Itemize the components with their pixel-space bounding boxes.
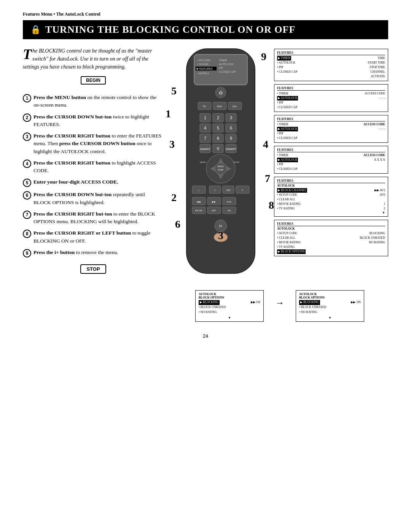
panel-5-row-1: ▶ BLOCK CHANNEL▶▶ AV2 xyxy=(277,188,385,193)
panel-4-row-3: • PIP xyxy=(277,162,385,167)
page-number: 24 xyxy=(23,333,388,339)
panel-2-label-3: • PIP xyxy=(277,101,283,105)
bp-off-row-3: • NO RATING xyxy=(199,310,260,315)
step-text-5: Enter your four-digit ACCESS CODE. xyxy=(33,178,118,186)
bp-on-title: AUTOLOCK xyxy=(299,292,361,296)
panel-3-row-4: • CLOSED CAP xyxy=(277,136,385,141)
callout-5: 5 xyxy=(171,85,177,97)
svg-text:8: 8 xyxy=(217,136,219,141)
bp-on-label-3: • NO RATING xyxy=(299,310,317,315)
panel-1-label-3: • PIP xyxy=(277,65,283,70)
panel-5-val-1: ▶▶ AV2 xyxy=(374,188,385,193)
panel-5-label-1: ▶ BLOCK CHANNEL xyxy=(277,188,307,193)
bp-on-val-1: ▶▶ ON xyxy=(351,300,361,305)
step-num-3: 3 xyxy=(23,133,31,141)
svg-text:4: 4 xyxy=(204,126,206,130)
panel-1-val-4: CHANNEL xyxy=(371,70,385,74)
svg-text:1: 1 xyxy=(204,115,206,120)
step-1: 1 Press the MENU button on the remote co… xyxy=(23,94,164,109)
panel-5: FEATURES AUTOLOCK ▶ BLOCK CHANNEL▶▶ AV2 … xyxy=(274,177,388,217)
panel-5-row-3: • CLEAR ALL xyxy=(277,197,385,202)
panel-3-val-2: - - - - xyxy=(379,127,385,131)
panel-4: FEATURES • TIMERACCESS CODE ▶ AUTOLOCKX … xyxy=(274,146,388,174)
bp-off-arrow: ▼ xyxy=(199,316,260,320)
title-bar: 🔒 Turning the Blocking Control On or Off xyxy=(23,20,388,39)
page: Features Menu • The AutoLock Control 🔒 T… xyxy=(0,0,411,532)
panel-3-row-2: ▶ AUTOLOCK- - - - xyxy=(277,127,385,131)
svg-text:▶▶: ▶▶ xyxy=(212,201,216,203)
step-text-6: Press the CURSOR DOWN but-ton repeatedly… xyxy=(33,191,164,206)
svg-text:• INSTALL: • INSTALL xyxy=(197,72,209,75)
panel-1: FEATURES ▶ TIMERTIME • AUTOLOCKSTART TIM… xyxy=(274,49,388,81)
panel-3-label-2: ▶ AUTOLOCK xyxy=(277,127,298,131)
panel-2-row-4: • CLOSED CAP xyxy=(277,105,385,110)
callout-4: 4 xyxy=(263,138,268,150)
panel-3-label-3: • PIP xyxy=(277,131,283,136)
callout-9: 9 xyxy=(261,51,266,63)
bp-off-subtitle: BLOCK OPTIONS xyxy=(199,296,260,299)
step-7: 7 Press the CURSOR RIGHT but-ton to ente… xyxy=(23,210,164,226)
panel-5-subtitle: AUTOLOCK xyxy=(277,184,385,187)
panel-6-row-5: ▶ BLOCK OPTIONS xyxy=(277,249,385,254)
step-4: 4 Press the CURSOR RIGHT button to highl… xyxy=(23,159,164,175)
step-num-8: 8 xyxy=(23,230,31,238)
svg-text:+: + xyxy=(242,189,244,192)
svg-text:SMART: SMART xyxy=(200,147,210,151)
panel-5-val-5: 2 xyxy=(384,206,385,211)
panel-6-row-2: • CLEAR ALLBLOCK UNRATED xyxy=(277,236,385,240)
begin-button: BEGIN xyxy=(81,76,106,85)
bottom-panels-area: AUTOLOCK BLOCK OPTIONS ▶ BLOCKING▶▶ Off … xyxy=(171,290,388,322)
drop-cap: T xyxy=(23,47,32,61)
panel-1-val-5: ACTIVATE xyxy=(371,74,385,79)
step-num-6: 6 xyxy=(23,191,31,200)
step-text-1: Press the MENU button on the remote cont… xyxy=(33,94,164,109)
panels-column: FEATURES ▶ TIMERTIME • AUTOLOCKSTART TIM… xyxy=(274,47,388,284)
bottom-panel-on: AUTOLOCK BLOCK OPTIONS ▶ BLOCKING▶▶ ON •… xyxy=(296,290,364,322)
svg-text:SMART: SMART xyxy=(226,147,236,151)
panel-3-row-1: • TIMERACCESS CODE xyxy=(277,122,385,127)
callout-3-top: 3 xyxy=(169,138,175,150)
svg-text:6: 6 xyxy=(230,126,232,130)
panel-3: FEATURES • TIMERACCESS CODE ▶ AUTOLOCK- … xyxy=(274,115,388,143)
svg-text:MENU: MENU xyxy=(200,161,207,163)
panel-6: FEATURES AUTOLOCK • SETUP CODEBLOCKING •… xyxy=(274,220,388,256)
step-text-2: Press the CURSOR DOWN but-ton twice to h… xyxy=(33,113,164,129)
panel-1-val-2: START TIME xyxy=(368,61,385,65)
step-text-9: Press the i+ button to remove the menu. xyxy=(33,249,118,256)
panel-6-val-1: BLOCKING xyxy=(370,231,385,236)
panel-4-val-2: X X X X xyxy=(374,158,385,162)
panel-2-label-2: ▶ AUTOLOCK xyxy=(277,96,298,101)
panel-2-row-1: • TIMERACCESS CODE xyxy=(277,91,385,96)
step-5: 5 Enter your four-digit ACCESS CODE. xyxy=(23,178,164,187)
step-num-7: 7 xyxy=(23,211,31,219)
svg-text:CLOSED CAP: CLOSED CAP xyxy=(219,70,236,73)
panel-1-label-4: • CLOSED CAP xyxy=(277,70,297,74)
callout-6-bottom: 6 xyxy=(175,218,180,230)
panel-6-val-2: BLOCK UNRATED xyxy=(360,236,385,240)
panel-6-title: FEATURES xyxy=(277,222,385,226)
step-text-4: Press the CURSOR RIGHT button to highlig… xyxy=(33,159,164,175)
callout-2-bottom: 2 xyxy=(171,192,177,204)
panel-5-label-2: • SETUP CODE xyxy=(277,193,297,197)
lock-icon: 🔒 xyxy=(30,25,41,35)
intro-text: The BLOCKING control can be thought of a… xyxy=(23,47,164,71)
callout-8: 8 xyxy=(269,199,274,211)
panel-5-val-4: 1 xyxy=(384,202,385,206)
panel-1-val-3: STOP TIME xyxy=(370,65,385,70)
panel-1-val-1: TIME xyxy=(378,56,385,61)
panel-6-row-4: • TV RATING xyxy=(277,245,385,249)
bp-off-row-2: • BLOCK UNRATED xyxy=(199,305,260,310)
svg-text:+: + xyxy=(214,189,216,192)
svg-text:7: 7 xyxy=(204,136,206,141)
panel-2-label-4: • CLOSED CAP xyxy=(277,105,297,110)
panel-4-label-4: • CLOSED CAP xyxy=(277,167,297,171)
step-num-4: 4 xyxy=(23,160,31,168)
panel-6-row-3: • MOVIE RATINGNO RATING xyxy=(277,240,385,245)
step-8: 8 Press the CURSOR RIGHT or LEFT button … xyxy=(23,229,164,245)
panel-6-label-4: • TV RATING xyxy=(277,245,295,249)
callout-3-bottom: 3 xyxy=(218,230,223,242)
svg-text:CH-: CH- xyxy=(233,105,237,108)
callout-1: 1 xyxy=(166,108,171,120)
panel-2-title: FEATURES xyxy=(277,86,385,91)
panel-2-label-1: • TIMER xyxy=(277,91,288,96)
